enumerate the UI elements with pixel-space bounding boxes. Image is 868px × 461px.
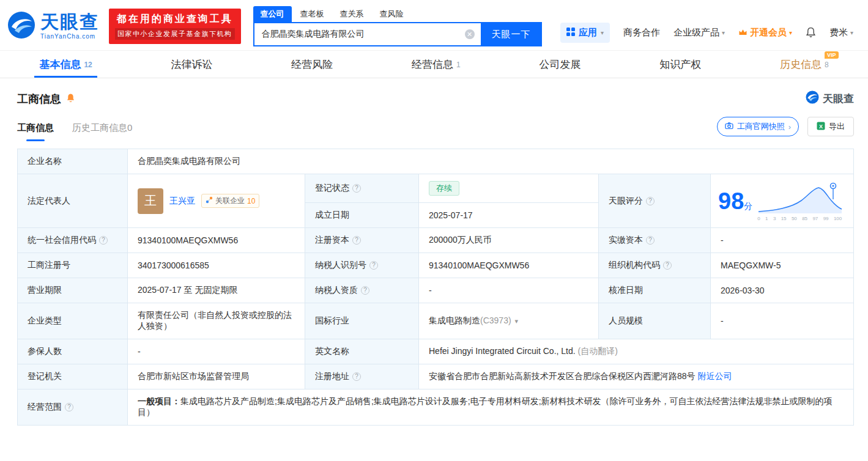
notification-bell-icon[interactable]	[806, 27, 816, 38]
chevron-down-icon[interactable]: ▾	[515, 317, 519, 325]
authority-value: 合肥市新站区市场监督管理局	[128, 364, 305, 389]
top-header: 天眼查 TianYanCha.com 都在用的商业查询工具 国家中小企业发展子基…	[0, 0, 868, 50]
business-cooperation-link[interactable]: 商务合作	[623, 27, 660, 39]
table-row: 法定代表人 王 王兴亚 关联企业 10 登记状态?	[18, 174, 854, 203]
address-label: 注册地址?	[305, 364, 419, 389]
industry-name: 集成电路制造	[429, 315, 480, 325]
authority-label: 登记机关	[18, 364, 128, 389]
org-code-value: MAEQGXMW-5	[711, 253, 854, 278]
help-icon[interactable]: ?	[361, 286, 369, 295]
username-label: 费米	[829, 27, 848, 39]
search-button[interactable]: 天眼一下	[481, 22, 542, 46]
taxpayer-id-label: 纳税人识别号?	[305, 253, 419, 278]
official-snapshot-button[interactable]: 工商官网快照 ›	[717, 117, 799, 136]
reg-capital-value: 200000万人民币	[419, 228, 599, 253]
status-label: 登记状态?	[305, 174, 419, 203]
vip-label: 开通会员	[750, 27, 787, 39]
table-row: 参保人数 - 英文名称 Hefei Jingyi Integrated Circ…	[18, 339, 854, 364]
related-companies-icon	[206, 196, 213, 205]
search-tab-boss[interactable]: 查老板	[293, 6, 332, 22]
business-info-table: 企业名称 合肥晶奕集成电路有限公司 法定代表人 王 王兴亚 关联企业 10	[17, 149, 854, 426]
export-label: 导出	[829, 121, 845, 132]
help-icon[interactable]: ?	[369, 261, 378, 270]
uscc-label: 统一社会信用代码?	[18, 228, 128, 253]
staff-size-label: 人员规模	[599, 303, 711, 339]
company-tabbar: 基本信息 12 法律诉讼 经营风险 经营信息 1 公司发展 知识产权 历史信息 …	[0, 50, 868, 78]
tab-label: 公司发展	[539, 57, 581, 72]
enterprise-products-menu[interactable]: 企业级产品 ▾	[673, 27, 725, 39]
tab-count: 8	[825, 61, 829, 69]
paid-capital-label: 实缴资本?	[599, 228, 711, 253]
help-icon[interactable]: ?	[352, 184, 361, 193]
approval-date-value: 2026-03-30	[711, 278, 854, 303]
term-label: 营业期限	[18, 278, 128, 303]
help-icon[interactable]: ?	[646, 236, 655, 245]
help-icon[interactable]: ?	[65, 403, 73, 411]
related-companies-count: 10	[247, 197, 255, 205]
legal-rep-avatar[interactable]: 王	[138, 188, 163, 214]
auto-translate-note: (自动翻译)	[578, 346, 618, 356]
table-row: 经营范围? 一般项目：集成电路芯片及产品制造;集成电路芯片及产品销售;集成电路芯…	[18, 389, 854, 426]
business-scope-label: 经营范围?	[18, 389, 128, 426]
tianyancha-logo-icon	[7, 11, 35, 42]
help-icon[interactable]: ?	[99, 236, 108, 245]
tab-label: 知识产权	[659, 57, 701, 72]
approval-date-label: 核准日期	[599, 278, 711, 303]
search-tab-risk[interactable]: 查风险	[373, 6, 411, 22]
section-title: 工商信息	[17, 92, 61, 106]
apps-menu[interactable]: 应用 ▾	[560, 23, 610, 43]
tab-label: 经营信息	[412, 57, 453, 72]
reg-capital-label: 注册资本?	[305, 228, 419, 253]
company-name-label: 企业名称	[18, 149, 128, 174]
company-type-label: 企业类型	[18, 303, 128, 339]
help-icon[interactable]: ?	[352, 236, 361, 245]
search-tab-relation[interactable]: 查关系	[333, 6, 371, 22]
english-name-text: Hefei Jingyi Integrated Circuit Co., Ltd…	[429, 346, 576, 356]
monitor-bell-icon[interactable]	[66, 93, 75, 105]
export-button[interactable]: X 导出	[807, 117, 854, 136]
related-companies-tag[interactable]: 关联企业 10	[201, 194, 259, 208]
snapshot-label: 工商官网快照	[737, 121, 785, 132]
tab-operation-info[interactable]: 经营信息 1	[407, 51, 466, 78]
brand-domain: TianYanCha.com	[40, 34, 99, 40]
excel-icon: X	[817, 122, 825, 132]
subtab-history-business-info[interactable]: 历史工商信息0	[72, 122, 132, 141]
score-unit: 分	[744, 201, 752, 211]
industry-value: 集成电路制造(C3973)▾	[419, 303, 599, 339]
tab-basic-info[interactable]: 基本信息 12	[34, 51, 97, 78]
tianyancha-logo[interactable]: 天眼查 TianYanCha.com	[7, 11, 99, 42]
tab-label: 历史信息	[780, 57, 822, 72]
apps-label: 应用	[579, 27, 597, 39]
help-icon[interactable]: ?	[352, 372, 361, 381]
main-content: 工商信息 天眼查 工商信息 历史工商信息0 工商官网快照 › X 导出	[0, 90, 868, 426]
subtab-business-info[interactable]: 工商信息	[17, 122, 54, 141]
english-name-value: Hefei Jingyi Integrated Circuit Co., Ltd…	[419, 339, 854, 364]
tab-legal-litigation[interactable]: 法律诉讼	[166, 51, 217, 78]
tab-history-info[interactable]: 历史信息 8 VIP	[775, 51, 834, 78]
taxpayer-quality-label: 纳税人资质?	[305, 278, 419, 303]
search-tab-company[interactable]: 查公司	[253, 6, 292, 22]
search-input[interactable]	[253, 22, 481, 46]
open-vip-menu[interactable]: 开通会员 ▾	[738, 27, 792, 39]
promo-banner-line1: 都在用的商业查询工具	[115, 13, 235, 26]
scope-text: 集成电路芯片及产品制造;集成电路芯片及产品销售;集成电路芯片设计及服务;电子专用…	[138, 396, 833, 417]
reg-no-label: 工商注册号	[18, 253, 128, 278]
camera-icon	[725, 122, 733, 131]
tab-count: 1	[456, 61, 461, 69]
user-menu[interactable]: 费米 ▾	[829, 27, 853, 39]
tab-intellectual-property[interactable]: 知识产权	[655, 51, 706, 78]
tianyancha-watermark: 天眼查	[806, 90, 854, 107]
watermark-label: 天眼查	[823, 92, 854, 106]
legal-rep-name-link[interactable]: 王兴亚	[169, 196, 195, 207]
clear-search-icon[interactable]: ✕	[465, 29, 475, 39]
chevron-down-icon: ▾	[722, 29, 725, 36]
related-companies-label: 关联企业	[215, 196, 245, 206]
tab-company-development[interactable]: 公司发展	[534, 51, 585, 78]
table-row: 企业名称 合肥晶奕集成电路有限公司	[18, 149, 854, 174]
promo-banner: 都在用的商业查询工具 国家中小企业发展子基金旗下机构	[109, 9, 241, 44]
help-icon[interactable]: ?	[663, 261, 672, 270]
industry-code: (C3973)	[480, 315, 511, 325]
tab-operation-risk[interactable]: 经营风险	[286, 51, 338, 78]
nearby-companies-link[interactable]: 附近公司	[697, 371, 732, 381]
help-icon[interactable]: ?	[646, 197, 655, 205]
